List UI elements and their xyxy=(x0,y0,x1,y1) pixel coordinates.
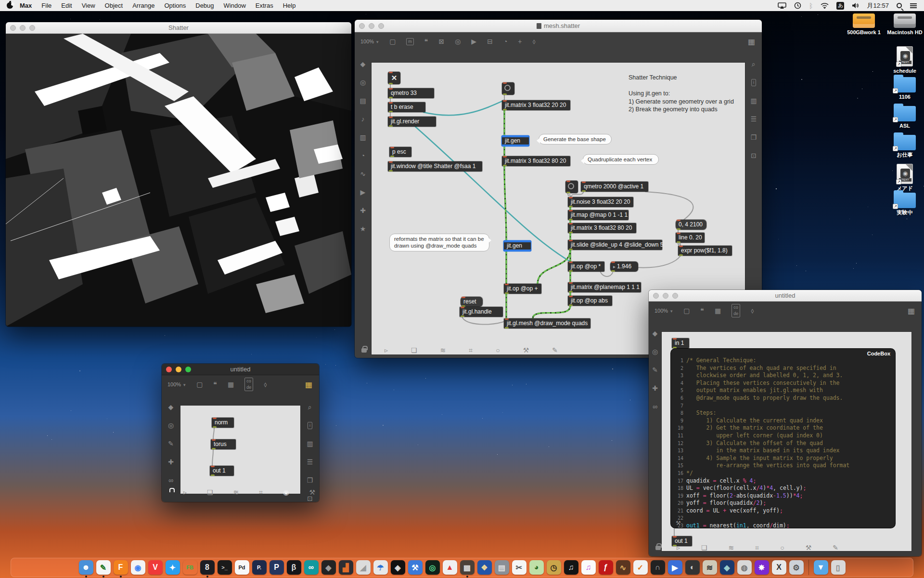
jit-gl-mesh[interactable]: jit.gl.mesh @draw_mode quads xyxy=(504,318,590,328)
lock-icon[interactable] xyxy=(655,546,661,550)
dock-silver-app-icon[interactable]: ◍ xyxy=(737,560,752,575)
panel-icon[interactable]: ▤ xyxy=(359,97,366,105)
wifi-icon[interactable] xyxy=(821,3,829,9)
desktop-icon-file-schedule[interactable]: ◉TEXT↗schedule xyxy=(886,46,924,74)
patcher-frame-icon[interactable]: ▢ xyxy=(196,381,203,388)
dock-trash-icon[interactable]: ▯ xyxy=(831,560,846,575)
record-circle-icon[interactable]: ◉ xyxy=(283,488,289,496)
dock-unity-icon[interactable]: ◈ xyxy=(391,560,405,575)
lock-icon[interactable] xyxy=(361,348,367,353)
star-icon[interactable]: ★ xyxy=(360,225,366,233)
dock-blue-book-app-icon[interactable]: ❖ xyxy=(477,560,492,575)
dock-itunes-icon[interactable]: ♫ xyxy=(581,560,596,575)
desktop-icon-drive-500gbwork[interactable]: 500GBwork 1 xyxy=(845,13,883,36)
mixer-icon[interactable]: ▥ xyxy=(359,133,366,141)
jit-matrix-80[interactable]: jit.matrix 3 float32 80 20 xyxy=(502,156,570,166)
dial-icon[interactable]: ◔ xyxy=(503,38,507,45)
traffic-lights[interactable] xyxy=(355,23,384,29)
dock-scissors-app-icon[interactable]: ✂ xyxy=(512,560,526,575)
menu-arrange[interactable]: Arrange xyxy=(128,2,159,9)
shatter-titlebar[interactable]: Shatter xyxy=(6,22,351,34)
object-icon[interactable]: ▦ xyxy=(228,381,234,388)
grid-snap-icon[interactable]: ⌗ xyxy=(755,544,759,552)
info-icon[interactable]: i xyxy=(308,422,312,429)
p-esc[interactable]: p esc xyxy=(389,147,411,157)
zoom-level[interactable]: 100% ▼ xyxy=(654,308,673,314)
3d-cube-icon[interactable]: ◆ xyxy=(360,60,366,68)
menu-edit[interactable]: Edit xyxy=(56,2,77,9)
dock-chrome-icon[interactable]: ◉ xyxy=(131,560,145,575)
menu-options[interactable]: Options xyxy=(159,2,191,9)
code-patch-canvas[interactable]: in 1 CodeBox 1/* General Technique:2 The… xyxy=(661,331,912,552)
notification-center-icon[interactable] xyxy=(910,3,917,9)
traffic-lights[interactable] xyxy=(649,293,678,299)
paint-bucket-icon[interactable]: ⬨ xyxy=(533,38,536,46)
grid-snap-icon[interactable]: ⌗ xyxy=(259,488,263,497)
comment-icon[interactable]: ❝ xyxy=(213,381,217,388)
dock-radar-app-icon[interactable]: ◎ xyxy=(425,560,440,575)
circle-icon[interactable]: ○ xyxy=(496,346,500,354)
wave-icon[interactable]: ∿ xyxy=(360,170,366,178)
zoom-level[interactable]: 100% ▼ xyxy=(360,39,379,44)
search-icon[interactable]: ⌕ xyxy=(308,403,312,411)
paint-bucket-icon[interactable]: ⬨ xyxy=(264,381,267,389)
jit-noise[interactable]: jit.noise 3 float32 20 20 xyxy=(568,197,633,207)
msg-reset[interactable]: reset xyxy=(461,297,483,307)
dock-color-graph-app-icon[interactable]: ▲ xyxy=(443,560,457,575)
flonum-icon[interactable]: ⊟ xyxy=(487,38,493,45)
snapshot-icon[interactable]: ⊡ xyxy=(751,152,757,159)
probe-icon[interactable]: ✎ xyxy=(833,544,838,552)
dock-pure-data-icon[interactable]: Pd xyxy=(235,560,249,575)
jit-matrix-planemap[interactable]: jit.matrix @planemap 1 1 1 xyxy=(568,282,641,292)
add-icon[interactable]: ✚ xyxy=(652,384,658,392)
dock-scanner-app-icon[interactable]: ▤ xyxy=(495,560,509,575)
attach-icon[interactable]: ✎ xyxy=(652,366,658,374)
layers-icon[interactable]: ❏ xyxy=(411,346,417,354)
3d-cube-icon[interactable]: ◆ xyxy=(653,329,658,337)
qmetro-2000[interactable]: qmetro 2000 @active 1 xyxy=(581,182,648,192)
layers-icon[interactable]: ❏ xyxy=(207,488,213,496)
flonum-1946[interactable]: ▸1.946 xyxy=(610,262,638,272)
menu-object[interactable]: Object xyxy=(100,2,128,9)
menu-clock[interactable]: 月12:57 xyxy=(867,1,889,10)
paint-bucket-icon[interactable]: ⬨ xyxy=(751,307,754,315)
select-icon[interactable]: ▹ xyxy=(183,488,187,496)
list-icon[interactable]: ☰ xyxy=(751,115,757,123)
desktop-icon-drive-macintosh-hd[interactable]: Macintosh HD xyxy=(886,13,924,36)
reference-icon[interactable]: ❐ xyxy=(751,133,757,141)
menu-file[interactable]: File xyxy=(37,2,56,9)
t-b-erase[interactable]: t b erase xyxy=(388,102,425,112)
jit-op-abs[interactable]: jit.op @op abs xyxy=(568,296,612,306)
add-icon[interactable]: ✚ xyxy=(168,458,174,466)
codebox-icon[interactable]: code xyxy=(732,304,740,317)
add-object-icon[interactable]: + xyxy=(518,38,522,45)
dock-robot-app-icon[interactable]: ▟ xyxy=(339,560,353,575)
toggle-box[interactable]: ✕ xyxy=(388,72,400,84)
mesh-titlebar[interactable]: mesh.shatter xyxy=(355,20,762,32)
message-icon[interactable]: ▶ xyxy=(471,38,476,45)
desktop-icon-folder-oshigoto[interactable]: ↗お仕事 xyxy=(886,135,924,158)
menu-debug[interactable]: Debug xyxy=(191,2,218,9)
dock-midi-keyboard-app-icon[interactable]: ♫ xyxy=(564,560,578,575)
dock-finder-icon[interactable]: ☻ xyxy=(79,560,93,575)
jit-gen-2[interactable]: jit.gen xyxy=(504,241,531,251)
layout-icon[interactable]: ▥ xyxy=(750,97,757,105)
comment-icon[interactable]: ❝ xyxy=(424,38,428,45)
grid-toggle-icon[interactable]: ▦ xyxy=(305,380,312,389)
dock-propellerhead-icon[interactable]: ☂ xyxy=(373,560,388,575)
zoom-level[interactable]: 100% ▼ xyxy=(167,381,186,387)
menu-extras[interactable]: Extras xyxy=(251,2,278,9)
dock-live-app-icon[interactable]: ≋ xyxy=(703,560,717,575)
dock-media-app-icon[interactable]: ✸ xyxy=(755,560,769,575)
object-icon[interactable]: m xyxy=(406,38,414,45)
bang-box[interactable] xyxy=(502,82,514,95)
jit-matrix-80-2[interactable]: jit.matrix 3 float32 80 20 xyxy=(568,223,636,233)
spotlight-icon[interactable] xyxy=(897,3,902,8)
desktop-icon-folder-asl[interactable]: ↗ASL xyxy=(886,106,924,129)
mini-titlebar[interactable]: untitled xyxy=(162,364,319,375)
target-icon[interactable]: ◎ xyxy=(652,348,658,355)
probe-icon[interactable]: ✎ xyxy=(552,346,558,354)
expr-pow[interactable]: expr pow($f1, 1.8) xyxy=(678,246,732,256)
codebox-source[interactable]: 1/* General Technique:2 The vertices of … xyxy=(671,356,895,528)
line-object[interactable]: line 0. 20 xyxy=(676,233,705,243)
